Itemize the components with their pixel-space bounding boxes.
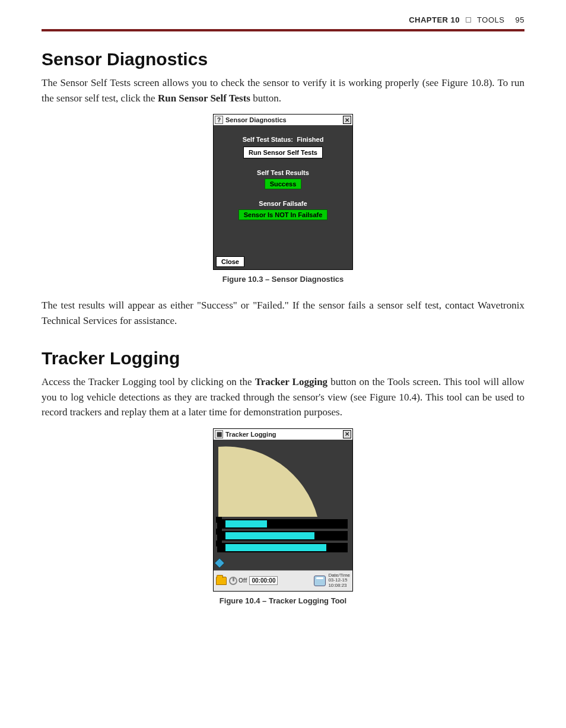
sensor-diagnostics-dialog: ? Sensor Diagnostics ✕ Self Test Status:… <box>213 114 353 270</box>
power-icon <box>229 577 237 585</box>
dialog-titlebar: ? Sensor Diagnostics ✕ <box>214 115 352 125</box>
para-text: The Sensor Self Tests screen allows you … <box>42 77 524 104</box>
self-test-results-group: Self Test Results Success <box>218 169 348 189</box>
radar-view <box>214 440 352 570</box>
para-tracker-intro: Access the Tracker Logging tool by click… <box>42 374 524 420</box>
detection-bar <box>225 544 326 551</box>
results-value-badge: Success <box>265 179 302 189</box>
page-header: CHAPTER 10 TOOLS 95 <box>42 12 524 31</box>
recording-toggle[interactable]: Off <box>229 577 247 585</box>
tracker-toolbar: Off 00:00:00 Date/Time 03-12-15 10:08:23 <box>214 570 352 591</box>
radar-wedge <box>218 446 317 516</box>
detection-bar <box>225 520 267 527</box>
sensor-icon <box>215 558 224 568</box>
para-text: button. <box>250 93 281 104</box>
lane-marker <box>216 541 222 546</box>
dialog-title: Tracker Logging <box>225 431 276 438</box>
self-test-status-row: Self Test Status: Finished <box>218 136 348 143</box>
para-test-results: The test results will appear as either "… <box>42 298 524 328</box>
heading-tracker-logging: Tracker Logging <box>42 348 524 368</box>
help-icon[interactable]: ? <box>215 116 223 124</box>
header-square-icon <box>466 17 471 23</box>
close-icon[interactable]: ✕ <box>343 430 351 438</box>
dialog-body: Self Test Status: Finished Run Sensor Se… <box>214 125 352 253</box>
detection-bar <box>225 532 314 539</box>
figure-caption-10-4: Figure 10.4 – Tracker Logging Tool <box>42 596 524 605</box>
tracker-canvas <box>214 440 352 570</box>
para-sensor-intro: The Sensor Self Tests screen allows you … <box>42 75 524 106</box>
grid-icon[interactable]: ▦ <box>215 430 223 438</box>
close-icon[interactable]: ✕ <box>343 116 351 124</box>
lane-marker <box>216 529 222 535</box>
figure-caption-10-3: Figure 10.3 – Sensor Diagnostics <box>42 275 524 284</box>
off-label: Off <box>239 577 247 584</box>
tracker-logging-dialog: ▦ Tracker Logging ✕ Off 00 <box>213 428 353 592</box>
status-value: Finished <box>297 136 323 143</box>
sensor-failsafe-group: Sensor Failsafe Sensor Is NOT In Failsaf… <box>218 200 348 220</box>
bold-tracker-logging: Tracker Logging <box>255 376 327 387</box>
dialog-title: Sensor Diagnostics <box>225 116 287 123</box>
datetime-block: Date/Time 03-12-15 10:08:23 <box>328 573 350 589</box>
failsafe-value-badge: Sensor Is NOT In Failsafe <box>239 209 328 220</box>
failsafe-label: Sensor Failsafe <box>218 200 348 207</box>
dialog-footer: Close <box>214 253 352 269</box>
close-button[interactable]: Close <box>216 256 244 267</box>
para-text: Access the Tracker Logging tool by click… <box>42 376 255 387</box>
time-value: 10:08:23 <box>328 583 350 589</box>
section-label: TOOLS <box>477 15 504 24</box>
open-folder-icon[interactable] <box>216 577 227 585</box>
lane-marker <box>216 517 222 523</box>
elapsed-time: 00:00:00 <box>249 576 278 585</box>
bold-run-sensor: Run Sensor Self Tests <box>158 93 250 104</box>
heading-sensor-diagnostics: Sensor Diagnostics <box>42 49 524 69</box>
save-disk-icon[interactable] <box>314 576 326 586</box>
chapter-label: CHAPTER 10 <box>409 15 460 24</box>
run-sensor-self-tests-button[interactable]: Run Sensor Self Tests <box>243 147 323 158</box>
page-number: 95 <box>516 15 524 24</box>
status-label: Self Test Status: <box>243 136 293 143</box>
results-label: Self Test Results <box>218 169 348 176</box>
dialog-titlebar: ▦ Tracker Logging ✕ <box>214 429 352 440</box>
